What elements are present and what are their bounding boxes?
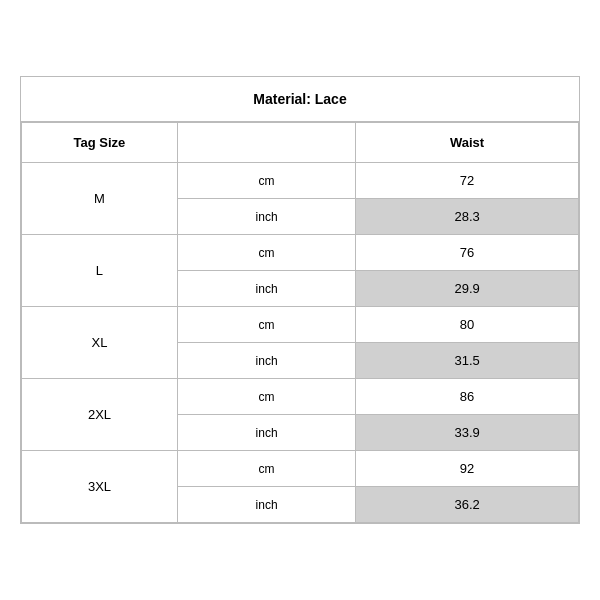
unit-cell-cm: cm [177,163,355,199]
header-tag-size: Tag Size [22,123,178,163]
value-cell-cm: 72 [356,163,579,199]
value-cell-inch: 33.9 [356,415,579,451]
unit-cell-cm: cm [177,379,355,415]
value-cell-cm: 86 [356,379,579,415]
size-label-cell: L [22,235,178,307]
table-row: XLcm80 [22,307,579,343]
unit-cell-cm: cm [177,451,355,487]
value-cell-inch: 28.3 [356,199,579,235]
unit-cell-cm: cm [177,307,355,343]
unit-cell-inch: inch [177,271,355,307]
size-label-cell: XL [22,307,178,379]
value-cell-inch: 36.2 [356,487,579,523]
size-label-cell: M [22,163,178,235]
size-label-cell: 3XL [22,451,178,523]
chart-title: Material: Lace [21,77,579,122]
size-table: Tag Size Waist Mcm72inch28.3Lcm76inch29.… [21,122,579,523]
value-cell-cm: 76 [356,235,579,271]
table-header-row: Tag Size Waist [22,123,579,163]
size-label-cell: 2XL [22,379,178,451]
value-cell-cm: 92 [356,451,579,487]
value-cell-inch: 29.9 [356,271,579,307]
unit-cell-inch: inch [177,199,355,235]
header-waist: Waist [356,123,579,163]
table-row: Lcm76 [22,235,579,271]
unit-cell-inch: inch [177,487,355,523]
value-cell-inch: 31.5 [356,343,579,379]
table-row: 3XLcm92 [22,451,579,487]
size-chart-wrapper: Material: Lace Tag Size Waist Mcm72inch2… [20,76,580,524]
header-unit [177,123,355,163]
unit-cell-cm: cm [177,235,355,271]
value-cell-cm: 80 [356,307,579,343]
unit-cell-inch: inch [177,415,355,451]
table-row: Mcm72 [22,163,579,199]
table-row: 2XLcm86 [22,379,579,415]
unit-cell-inch: inch [177,343,355,379]
